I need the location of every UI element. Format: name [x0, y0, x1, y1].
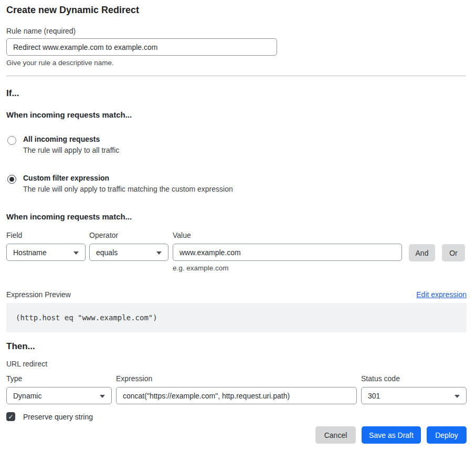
if-heading: If...: [6, 88, 19, 99]
redirect-expression-input[interactable]: [116, 387, 357, 404]
page-title: Create new Dynamic Redirect: [6, 5, 139, 16]
rule-name-helper: Give your rule a descriptive name.: [6, 59, 114, 67]
option-label: Custom filter expression: [23, 174, 233, 182]
option-label: All incoming requests: [23, 135, 119, 143]
status-code-label: Status code: [361, 374, 467, 383]
radio-icon[interactable]: [7, 175, 16, 184]
then-heading: Then...: [6, 341, 35, 352]
status-code-select[interactable]: 301: [361, 387, 467, 404]
preserve-query-row[interactable]: ✓ Preserve query string: [6, 412, 93, 421]
option-description: The rule will apply to all traffic: [23, 146, 119, 154]
type-select-value: Dynamic: [13, 392, 41, 400]
value-label: Value: [173, 231, 402, 239]
option-description: The rule will only apply to traffic matc…: [23, 185, 233, 193]
cancel-button[interactable]: Cancel: [315, 426, 356, 444]
type-label: Type: [6, 374, 112, 383]
operator-select[interactable]: equals: [89, 244, 168, 261]
option-all-incoming-requests[interactable]: All incoming requests The rule will appl…: [7, 135, 119, 154]
chevron-down-icon: [454, 395, 460, 398]
chevron-down-icon: [100, 395, 105, 398]
create-dynamic-redirect-form: Create new Dynamic Redirect Rule name (r…: [0, 0, 476, 451]
option-custom-filter-expression[interactable]: Custom filter expression The rule will o…: [7, 174, 233, 193]
redirect-expression-label: Expression: [116, 374, 357, 383]
value-input[interactable]: [173, 244, 402, 261]
rule-name-label: Rule name (required): [6, 27, 76, 35]
deploy-button[interactable]: Deploy: [427, 426, 467, 444]
match-heading: When incoming requests match...: [6, 110, 132, 119]
preserve-query-label: Preserve query string: [23, 413, 93, 421]
value-helper: e.g. example.com: [173, 264, 402, 272]
chevron-down-icon: [73, 251, 79, 255]
expression-code: (http.host eq "www.example.com"): [16, 313, 157, 322]
type-select[interactable]: Dynamic: [6, 387, 112, 404]
save-as-draft-button[interactable]: Save as Draft: [362, 426, 421, 444]
preserve-query-checkbox[interactable]: ✓: [6, 412, 15, 421]
expression-preview-label: Expression Preview: [6, 290, 71, 299]
field-select-value: Hostname: [13, 248, 47, 257]
edit-expression-link[interactable]: Edit expression: [416, 290, 467, 299]
radio-icon[interactable]: [7, 136, 16, 145]
field-label: Field: [6, 231, 86, 239]
status-code-select-value: 301: [368, 392, 380, 400]
rule-name-input[interactable]: [6, 38, 277, 56]
operator-select-value: equals: [96, 248, 118, 257]
chevron-down-icon: [156, 251, 162, 255]
expression-preview-code-block: (http.host eq "www.example.com"): [6, 303, 467, 332]
section-divider: [6, 76, 466, 76]
operator-label: Operator: [89, 231, 168, 239]
filter-match-heading: When incoming requests match...: [6, 212, 132, 221]
footer-actions: Cancel Save as Draft Deploy: [315, 426, 467, 444]
url-redirect-label: URL redirect: [6, 360, 47, 368]
field-select[interactable]: Hostname: [6, 244, 86, 261]
and-button[interactable]: And: [409, 244, 435, 261]
check-icon: ✓: [8, 414, 13, 420]
or-button[interactable]: Or: [442, 244, 465, 261]
